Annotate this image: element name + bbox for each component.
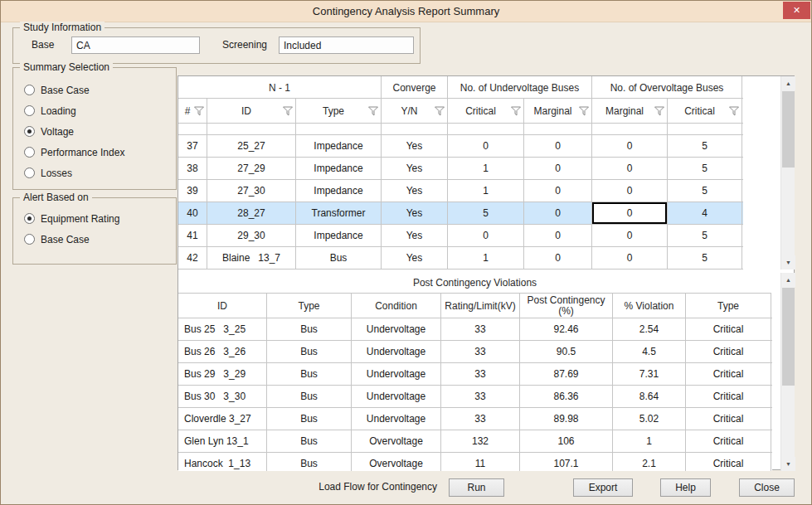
vertical-scrollbar-top[interactable]: ▲ ▼: [780, 76, 795, 269]
close-button[interactable]: ✕: [783, 2, 810, 19]
cell[interactable]: 0: [524, 247, 592, 269]
cell[interactable]: 89.98: [520, 408, 613, 430]
cell[interactable]: Overvoltage: [352, 430, 441, 452]
cell[interactable]: Bus: [267, 453, 352, 471]
cell[interactable]: 25_27: [207, 135, 296, 157]
filter-icon[interactable]: [435, 106, 445, 116]
cell[interactable]: 0: [592, 135, 668, 157]
cell[interactable]: 33: [441, 386, 520, 407]
cell[interactable]: 107.1: [520, 453, 613, 471]
scroll-down-button[interactable]: ▼: [781, 457, 795, 471]
cell[interactable]: 8.64: [613, 386, 686, 407]
cell[interactable]: 92.46: [520, 318, 613, 340]
export-button[interactable]: Export: [573, 478, 633, 497]
cell[interactable]: 33: [441, 318, 520, 340]
cell[interactable]: 42: [178, 247, 207, 269]
column-header-critical[interactable]: Critical: [668, 99, 742, 124]
violation-row[interactable]: Glen Lyn 13_1BusOvervoltage1321061Critic…: [178, 430, 772, 453]
cell[interactable]: Impedance: [296, 158, 382, 179]
cell[interactable]: Glen Lyn 13_1: [178, 430, 267, 452]
cell[interactable]: 38: [178, 158, 207, 179]
help-button[interactable]: Help: [660, 478, 711, 497]
cell[interactable]: Bus: [267, 363, 352, 385]
contingency-row[interactable]: 3725_27ImpedanceYes0005: [178, 135, 743, 158]
cell[interactable]: Bus 29 3_29: [178, 363, 267, 385]
cell[interactable]: 7.31: [613, 363, 686, 385]
cell[interactable]: Bus: [296, 247, 382, 269]
cell[interactable]: Undervoltage: [352, 341, 441, 362]
cell[interactable]: 5: [448, 202, 524, 224]
cell[interactable]: 5: [668, 180, 742, 202]
cell[interactable]: 0: [592, 158, 668, 179]
column-header-violation[interactable]: % Violation: [613, 294, 686, 318]
cell[interactable]: Impedance: [296, 135, 382, 157]
filter-icon[interactable]: [579, 106, 589, 116]
column-header-y-n[interactable]: Y/N: [382, 99, 448, 124]
cell[interactable]: Critical: [686, 363, 771, 385]
cell[interactable]: 106: [520, 430, 613, 452]
cell[interactable]: Impedance: [296, 180, 382, 202]
cell[interactable]: 33: [441, 363, 520, 385]
column-header-id[interactable]: ID: [207, 99, 296, 124]
violation-row[interactable]: Bus 30 3_30BusUndervoltage3386.368.64Cri…: [178, 386, 772, 408]
cell[interactable]: 86.36: [520, 386, 613, 407]
summary-option-loading[interactable]: Loading: [24, 100, 171, 121]
cell[interactable]: 27_29: [207, 158, 296, 179]
cell[interactable]: Hancock 1_13: [178, 453, 267, 471]
cell[interactable]: Undervoltage: [352, 386, 441, 407]
cell[interactable]: 28_27: [207, 202, 296, 224]
cell[interactable]: Bus 26 3_26: [178, 341, 267, 362]
cell[interactable]: 39: [178, 180, 207, 202]
contingency-row[interactable]: 4028_27TransformerYes5004: [178, 202, 743, 225]
filter-icon[interactable]: [283, 106, 293, 116]
violation-row[interactable]: Bus 25 3_25BusUndervoltage3392.462.54Cri…: [178, 318, 772, 341]
cell[interactable]: Bus 30 3_30: [178, 386, 267, 407]
cell[interactable]: Yes: [382, 135, 448, 157]
cell[interactable]: Yes: [382, 158, 448, 179]
cell[interactable]: 1: [448, 180, 524, 202]
column-header-type[interactable]: Type: [296, 99, 382, 124]
cell[interactable]: 0: [524, 135, 592, 157]
scroll-up-button[interactable]: ▲: [781, 273, 795, 287]
violation-row[interactable]: Bus 29 3_29BusUndervoltage3387.697.31Cri…: [178, 363, 772, 386]
screening-input[interactable]: [279, 36, 414, 54]
cell[interactable]: 5: [668, 225, 742, 246]
column-header-marginal[interactable]: Marginal: [524, 99, 592, 124]
cell[interactable]: Critical: [686, 386, 771, 407]
cell[interactable]: 0: [524, 225, 592, 246]
column-header-condition[interactable]: Condition: [352, 294, 441, 318]
cell[interactable]: Undervoltage: [352, 318, 441, 340]
column-header-[interactable]: #: [178, 99, 207, 124]
cell[interactable]: Bus: [267, 341, 352, 362]
cell[interactable]: 90.5: [520, 341, 613, 362]
cell[interactable]: 1: [448, 158, 524, 179]
cell[interactable]: 0: [448, 225, 524, 246]
cell[interactable]: Undervoltage: [352, 363, 441, 385]
cell[interactable]: 37: [178, 135, 207, 157]
filter-icon[interactable]: [654, 106, 664, 116]
column-header-critical[interactable]: Critical: [448, 99, 524, 124]
filter-icon[interactable]: [729, 106, 739, 116]
contingency-row[interactable]: 3827_29ImpedanceYes1005: [178, 158, 743, 180]
violation-row[interactable]: Bus 26 3_26BusUndervoltage3390.54.5Criti…: [178, 341, 772, 363]
filter-icon[interactable]: [368, 106, 378, 116]
filter-icon[interactable]: [511, 106, 521, 116]
cell[interactable]: 5: [668, 158, 742, 179]
cell[interactable]: Impedance: [296, 225, 382, 246]
close-button-footer[interactable]: Close: [739, 478, 795, 497]
scrollbar-thumb[interactable]: [782, 288, 795, 386]
cell[interactable]: 11: [441, 453, 520, 471]
contingency-row[interactable]: 4129_30ImpedanceYes0005: [178, 225, 743, 247]
violation-row[interactable]: Hancock 1_13BusOvervoltage11107.12.1Crit…: [178, 453, 772, 471]
cell[interactable]: 5: [668, 135, 742, 157]
cell[interactable]: Cloverdle 3_27: [178, 408, 267, 430]
cell[interactable]: Undervoltage: [352, 408, 441, 430]
cell[interactable]: 5.02: [613, 408, 686, 430]
column-header-rating-limit-kv[interactable]: Rating/Limit(kV): [441, 294, 520, 318]
cell[interactable]: Critical: [686, 408, 771, 430]
cell[interactable]: Bus 25 3_25: [178, 318, 267, 340]
cell[interactable]: Bus: [267, 386, 352, 407]
cell[interactable]: Transformer: [296, 202, 382, 224]
cell[interactable]: 5: [668, 247, 742, 269]
cell[interactable]: 0: [592, 247, 668, 269]
